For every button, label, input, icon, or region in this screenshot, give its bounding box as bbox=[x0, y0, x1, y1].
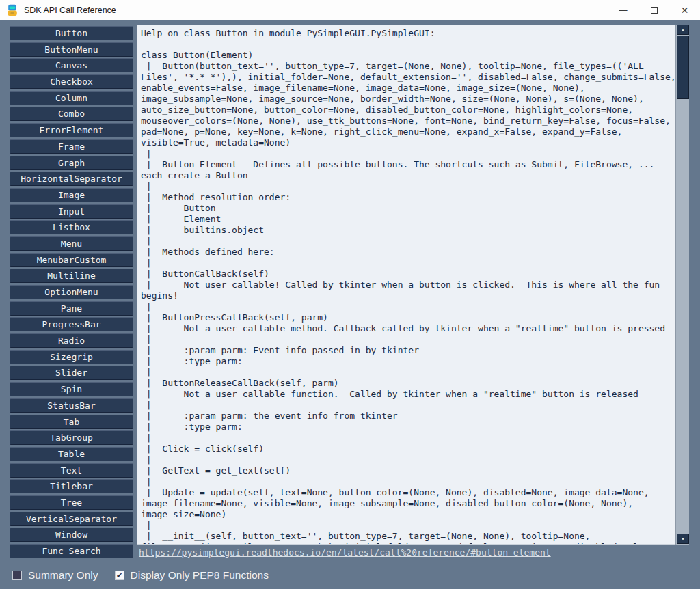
vertical-scrollbar[interactable]: ▲ ▼ bbox=[675, 25, 689, 545]
minimize-icon: — bbox=[619, 5, 628, 15]
sidebar-item-menu[interactable]: Menu bbox=[10, 236, 133, 251]
scroll-up-icon: ▲ bbox=[681, 27, 686, 32]
sidebar-item-listbox[interactable]: Listbox bbox=[10, 220, 133, 234]
window-controls: — ✕ bbox=[608, 0, 700, 20]
sidebar-item-canvas[interactable]: Canvas bbox=[10, 58, 133, 72]
sidebar-item-multiline[interactable]: Multiline bbox=[10, 269, 133, 283]
sidebar-item-image[interactable]: Image bbox=[10, 188, 133, 202]
sidebar-item-func-search[interactable]: Func Search bbox=[10, 544, 133, 558]
sidebar-item-titlebar[interactable]: Titlebar bbox=[10, 479, 133, 493]
sidebar-item-checkbox[interactable]: Checkbox bbox=[10, 74, 133, 89]
sidebar-item-progressbar[interactable]: ProgressBar bbox=[10, 317, 133, 331]
sidebar-item-tabgroup[interactable]: TabGroup bbox=[10, 430, 133, 445]
sidebar-item-tree[interactable]: Tree bbox=[10, 495, 133, 510]
help-text: Help on class Button in module PySimpleG… bbox=[137, 25, 675, 545]
scroll-up-button[interactable]: ▲ bbox=[677, 25, 689, 35]
maximize-button[interactable] bbox=[638, 0, 669, 20]
sidebar-item-text[interactable]: Text bbox=[10, 463, 133, 478]
sidebar-item-window[interactable]: Window bbox=[10, 528, 133, 542]
pep8-functions-checkbox[interactable]: ✔Display Only PEP8 Functions bbox=[115, 569, 269, 581]
checkbox-unchecked-icon[interactable] bbox=[12, 571, 22, 580]
sidebar-item-menubarcustom[interactable]: MenubarCustom bbox=[10, 253, 133, 267]
minimize-button[interactable]: — bbox=[608, 0, 638, 20]
window-title: SDK API Call Reference bbox=[24, 5, 116, 15]
help-text-area[interactable]: Help on class Button in module PySimpleG… bbox=[137, 25, 675, 545]
sidebar-item-verticalseparator[interactable]: VerticalSeparator bbox=[10, 512, 133, 526]
footer-options: Summary Only ✔Display Only PEP8 Function… bbox=[12, 568, 269, 583]
sidebar-item-radio[interactable]: Radio bbox=[10, 333, 133, 348]
sidebar-item-tab[interactable]: Tab bbox=[10, 415, 133, 429]
sidebar-item-spin[interactable]: Spin bbox=[10, 382, 133, 396]
sidebar-item-frame[interactable]: Frame bbox=[10, 139, 133, 154]
scroll-down-button[interactable]: ▼ bbox=[677, 534, 689, 544]
sidebar-item-sizegrip[interactable]: Sizegrip bbox=[10, 350, 133, 364]
sidebar-item-input[interactable]: Input bbox=[10, 204, 133, 219]
sidebar-item-button[interactable]: Button bbox=[10, 26, 133, 40]
sidebar-item-optionmenu[interactable]: OptionMenu bbox=[10, 285, 133, 299]
sidebar-item-statusbar[interactable]: StatusBar bbox=[10, 398, 133, 413]
sidebar-item-errorelement[interactable]: ErrorElement bbox=[10, 123, 133, 137]
sidebar-item-graph[interactable]: Graph bbox=[10, 156, 133, 170]
sidebar-item-column[interactable]: Column bbox=[10, 91, 133, 105]
documentation-link[interactable]: https://pysimplegui.readthedocs.io/en/la… bbox=[139, 547, 551, 558]
maximize-icon bbox=[651, 7, 658, 14]
summary-only-label[interactable]: Summary Only bbox=[28, 569, 98, 581]
sidebar-item-combo[interactable]: Combo bbox=[10, 107, 133, 121]
sidebar-item-table[interactable]: Table bbox=[10, 447, 133, 461]
pep8-functions-label[interactable]: Display Only PEP8 Functions bbox=[131, 569, 269, 581]
close-button[interactable]: ✕ bbox=[669, 0, 700, 20]
sidebar-item-buttonmenu[interactable]: ButtonMenu bbox=[10, 42, 133, 57]
titlebar: SDK API Call Reference — ✕ bbox=[0, 0, 700, 20]
sidebar-item-slider[interactable]: Slider bbox=[10, 366, 133, 380]
checkbox-checked-icon[interactable]: ✔ bbox=[115, 571, 124, 580]
scroll-down-icon: ▼ bbox=[681, 536, 686, 541]
sidebar-item-pane[interactable]: Pane bbox=[10, 301, 133, 316]
sidebar-item-horizontalseparator[interactable]: HorizontalSeparator bbox=[10, 172, 133, 186]
close-icon: ✕ bbox=[681, 5, 689, 16]
sidebar: ButtonButtonMenuCanvasCheckboxColumnComb… bbox=[10, 26, 133, 558]
scrollbar-thumb[interactable] bbox=[677, 36, 689, 99]
app-logo-icon bbox=[6, 4, 18, 16]
summary-only-checkbox[interactable]: Summary Only bbox=[12, 569, 98, 581]
